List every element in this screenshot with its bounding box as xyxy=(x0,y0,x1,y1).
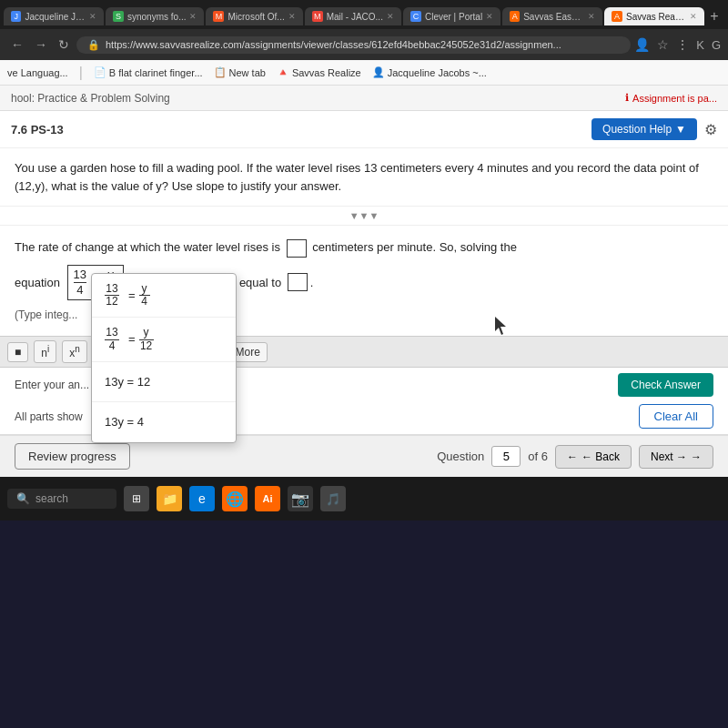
header-actions: Question Help ▼ ⚙ xyxy=(592,118,717,140)
expand-icon[interactable]: ▼▼▼ xyxy=(349,210,379,221)
rate-input-box[interactable] xyxy=(287,239,307,258)
taskbar-file-icon[interactable]: 📁 xyxy=(157,486,182,511)
g-icon: G xyxy=(712,38,721,52)
question-help-button[interactable]: Question Help ▼ xyxy=(592,118,697,140)
tab-savvas-realize[interactable]: A Savvas Reali... ✕ xyxy=(604,7,704,25)
browser-chrome: J Jacqueline Ja... ✕ S synonyms fo... ✕ … xyxy=(0,0,728,86)
enter-your-answer-text: Enter your an... xyxy=(15,379,89,391)
tab-close-microsoft[interactable]: ✕ xyxy=(288,12,296,21)
tab-close-mail[interactable]: ✕ xyxy=(387,12,394,21)
address-bar[interactable]: 🔒 https://www.savvasrealize.com/assignme… xyxy=(76,36,631,54)
dropdown-fraction-1b: y 4 xyxy=(139,283,150,308)
tab-savvas-easy[interactable]: A Savvas EasyB... ✕ xyxy=(502,7,602,25)
bookmarks-bar: ve Languag... | 📄 B flat clarinet finger… xyxy=(0,60,728,86)
profile-icon[interactable]: 👤 xyxy=(634,37,650,52)
taskbar-grid-icon[interactable]: ⊞ xyxy=(124,486,149,511)
main-area: hool: Practice & Problem Solving ℹ Assig… xyxy=(0,86,728,477)
address-bar-row: ← → ↻ 🔒 https://www.savvasrealize.com/as… xyxy=(0,29,728,60)
question-number-input[interactable] xyxy=(491,446,521,467)
assignment-notice: ℹ Assignment is pa... xyxy=(625,92,717,104)
tab-clever[interactable]: C Clever | Portal ✕ xyxy=(403,7,500,25)
dropdown-suggestions: 13 12 = y 4 13 4 = xyxy=(91,273,237,443)
answer-area: The rate of change at which the water le… xyxy=(0,226,728,336)
tab-close-synonyms[interactable]: ✕ xyxy=(189,12,197,21)
taskbar-camera-icon[interactable]: 📷 xyxy=(288,486,313,511)
taskbar-app-icon[interactable]: 🎵 xyxy=(320,486,346,511)
tab-close-savvas-realize[interactable]: ✕ xyxy=(690,12,697,21)
period: . xyxy=(310,272,314,293)
new-tab-button[interactable]: + xyxy=(710,8,718,25)
dropdown-fraction-2b: y 12 xyxy=(139,327,154,351)
tab-close-jacqueline[interactable]: ✕ xyxy=(89,12,96,21)
of-total: of 6 xyxy=(528,450,548,463)
tab-bar: J Jacqueline Ja... ✕ S synonyms fo... ✕ … xyxy=(0,0,728,29)
bookmark-jacqueline[interactable]: 👤 Jacqueline Jacobs ~... xyxy=(372,66,487,78)
math-btn-square[interactable]: ■ xyxy=(7,342,28,362)
back-arrow-icon: ← xyxy=(567,450,578,463)
dropdown-fraction-2a: 13 4 xyxy=(105,327,119,351)
question-header: 7.6 PS-13 Question Help ▼ ⚙ xyxy=(0,111,728,148)
taskbar-ai-icon[interactable]: Ai xyxy=(255,486,280,511)
fraction-numerator: 13 xyxy=(74,268,86,282)
fraction-denominator: 4 xyxy=(76,283,83,298)
school-label: hool: Practice & Problem Solving xyxy=(11,92,170,105)
expand-row: ▼▼▼ xyxy=(0,207,728,226)
dropdown-item-2[interactable]: 13 4 = y 12 xyxy=(92,318,236,361)
question-text: You use a garden hose to fill a wading p… xyxy=(15,161,699,193)
dropdown-item-3[interactable]: 13y = 12 xyxy=(92,362,236,402)
bookmark-savvas-realize[interactable]: 🔺 Savvas Realize xyxy=(277,66,361,78)
math-btn-superscript[interactable]: ni xyxy=(34,340,56,363)
settings-icon[interactable]: ⋮ xyxy=(676,37,689,52)
dropdown-arrow-icon: ▼ xyxy=(675,123,686,136)
fraction-left: 13 4 xyxy=(74,268,86,297)
back-button[interactable]: ← ← Back xyxy=(555,445,632,469)
bookmark-language[interactable]: ve Languag... xyxy=(7,67,68,78)
tab-synonyms[interactable]: S synonyms fo... ✕ xyxy=(106,7,204,25)
review-progress-button[interactable]: Review progress xyxy=(15,443,130,470)
all-parts-text: All parts show xyxy=(15,410,83,423)
next-arrow-icon: → xyxy=(691,450,702,463)
question-body: You use a garden hose to fill a wading p… xyxy=(0,148,728,207)
line1-suffix: centimeters per minute. So, solving the xyxy=(312,240,517,254)
star-icon[interactable]: ☆ xyxy=(657,37,669,52)
question-nav: Question of 6 ← ← Back Next → → xyxy=(437,445,713,469)
clear-all-button[interactable]: Clear All xyxy=(639,404,713,429)
forward-nav-button[interactable]: → xyxy=(31,35,51,54)
line2-prefix: equation xyxy=(15,272,60,293)
taskbar-edge2-icon[interactable]: 🌐 xyxy=(222,486,248,511)
check-answer-button[interactable]: Check Answer xyxy=(618,373,713,397)
refresh-button[interactable]: ↻ xyxy=(55,35,73,54)
taskbar: 🔍 search ⊞ 📁 e 🌐 Ai 📷 🎵 xyxy=(0,477,728,521)
back-nav-button[interactable]: ← xyxy=(7,35,27,54)
tab-microsoft[interactable]: M Microsoft Of... ✕ xyxy=(206,7,302,25)
tab-jacqueline[interactable]: J Jacqueline Ja... ✕ xyxy=(4,7,104,25)
school-header: hool: Practice & Problem Solving ℹ Assig… xyxy=(0,86,728,111)
bookmark-newtab[interactable]: 📋 New tab xyxy=(214,66,266,78)
math-btn-power[interactable]: xn xyxy=(62,340,87,363)
bookmark-clarinet[interactable]: 📄 B flat clarinet finger... xyxy=(94,66,203,78)
url-text: https://www.savvasrealize.com/assignment… xyxy=(106,39,561,50)
info-icon: ℹ xyxy=(625,92,629,104)
taskbar-search-icon: 🔍 xyxy=(16,492,30,505)
line1-prefix: The rate of change at which the water le… xyxy=(15,240,280,254)
answer-line1: The rate of change at which the water le… xyxy=(15,237,713,258)
k-icon: K xyxy=(696,38,704,52)
browser-icons: 👤 ☆ ⋮ K G xyxy=(634,37,721,52)
taskbar-edge-icon[interactable]: e xyxy=(189,486,215,511)
y-value-input-box[interactable] xyxy=(288,273,308,291)
lock-icon: 🔒 xyxy=(87,39,100,51)
next-button[interactable]: Next → → xyxy=(639,445,713,469)
dropdown-fraction-1a: 13 12 xyxy=(105,283,119,308)
dropdown-item-1[interactable]: 13 12 = y 4 xyxy=(92,274,236,318)
taskbar-search-box[interactable]: 🔍 search xyxy=(7,489,116,509)
tab-close-savvas-easy[interactable]: ✕ xyxy=(588,12,595,21)
dropdown-text-3: 13y = 12 xyxy=(105,371,150,392)
question-id: 7.6 PS-13 xyxy=(11,123,64,136)
tab-mail[interactable]: M Mail - JACO... ✕ xyxy=(305,7,401,25)
dropdown-item-4[interactable]: 13y = 4 xyxy=(92,402,236,441)
dropdown-text-4: 13y = 4 xyxy=(105,411,144,432)
tab-close-clever[interactable]: ✕ xyxy=(486,12,493,21)
question-label: Question xyxy=(437,450,484,463)
gear-icon[interactable]: ⚙ xyxy=(704,121,717,138)
